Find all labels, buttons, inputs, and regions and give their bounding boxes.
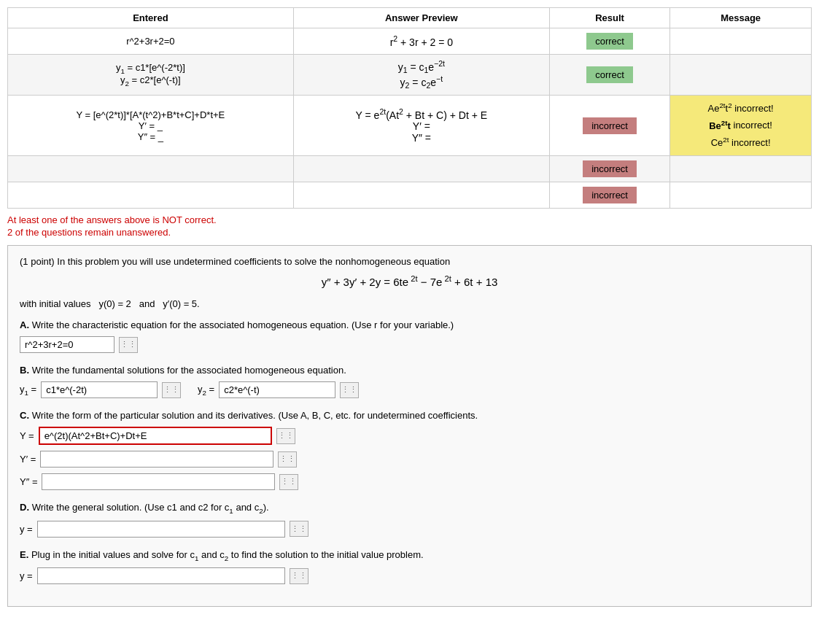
yp0-value: y′(0) = 5. [163, 298, 199, 309]
result-cell-2: correct [549, 55, 669, 96]
entered-cell-4 [8, 156, 294, 182]
message-cell-4 [670, 156, 812, 182]
part-a-input[interactable] [20, 336, 114, 353]
part-b-y2-input[interactable] [219, 381, 335, 398]
part-d-grid-icon[interactable]: ⋮⋮ [290, 521, 308, 537]
table-row: Y = [e^(2*t)]*[A*(t^2)+B*t+C]+D*t+EY′ = … [8, 95, 812, 155]
part-a-grid-icon[interactable]: ⋮⋮ [119, 337, 138, 353]
y0-value: y(0) = 2 [98, 298, 131, 309]
part-b-y2-label: y2 = [198, 384, 214, 397]
part-c-label: C. Write the form of the particular solu… [20, 410, 799, 421]
part-e-letter: E. [20, 549, 28, 560]
part-c-Y-label: Y = [20, 430, 34, 441]
part-c-desc: Write the form of the particular solutio… [32, 410, 478, 421]
result-cell-4: incorrect [549, 156, 669, 182]
part-d-desc: Write the general solution. (Use c1 and … [32, 502, 269, 513]
result-badge-4: incorrect [583, 160, 637, 177]
part-b-block: B. Write the fundamental solutions for t… [20, 365, 799, 398]
part-b-y1-grid-icon[interactable]: ⋮⋮ [162, 382, 181, 398]
part-d-letter: D. [20, 502, 29, 513]
part-c-Y-row: Y = ⋮⋮ [20, 427, 799, 445]
part-e-y-input[interactable] [37, 567, 285, 584]
part-a-desc: Write the characteristic equation for th… [32, 319, 454, 330]
entered-cell-5 [8, 182, 294, 209]
entered-cell-3: Y = [e^(2*t)]*[A*(t^2)+B*t+C]+D*t+EY′ = … [8, 95, 294, 155]
message-cell-5 [670, 182, 812, 209]
result-cell-3: incorrect [549, 95, 669, 155]
entered-cell-1: r^2+3r+2=0 [8, 28, 294, 55]
part-c-Yp-input[interactable] [40, 451, 273, 468]
part-b-label: B. Write the fundamental solutions for t… [20, 365, 799, 376]
table-row: y1 = c1*[e^(-2*t)]y2 = c2*[e^(-t)] y1 = … [8, 55, 812, 96]
status-line2: 2 of the questions remain unanswered. [7, 227, 812, 238]
part-e-block: E. Plug in the initial values and solve … [20, 549, 799, 585]
part-a-block: A. Write the characteristic equation for… [20, 319, 799, 353]
preview-cell-5 [293, 182, 549, 209]
part-c-Y-grid-icon[interactable]: ⋮⋮ [276, 428, 295, 444]
part-b-desc: Write the fundamental solutions for the … [32, 365, 346, 376]
part-e-desc: Plug in the initial values and solve for… [31, 549, 424, 560]
part-c-Y-input[interactable] [39, 427, 272, 445]
part-d-label: D. Write the general solution. (Use c1 a… [20, 502, 799, 515]
col-header-message: Message [670, 8, 812, 28]
part-e-grid-icon[interactable]: ⋮⋮ [290, 568, 308, 584]
part-c-letter: C. [20, 410, 29, 421]
entered-value-3: Y = [e^(2*t)]*[A*(t^2)+B*t+C]+D*t+EY′ = … [76, 109, 225, 142]
col-header-entered: Entered [8, 8, 294, 28]
result-badge-3: incorrect [583, 117, 637, 134]
preview-cell-2: y1 = c1e−2ty2 = c2e−t [293, 55, 549, 96]
main-equation: y″ + 3y′ + 2y = 6te 2t − 7e 2t + 6t + 13 [20, 274, 799, 288]
preview-cell-4 [293, 156, 549, 182]
part-c-Yp-grid-icon[interactable]: ⋮⋮ [278, 451, 297, 468]
result-cell-1: correct [549, 28, 669, 55]
part-b-y2-grid-icon[interactable]: ⋮⋮ [340, 382, 359, 398]
table-row: r^2+3r+2=0 r2 + 3r + 2 = 0 correct [8, 28, 812, 55]
part-d-input-row: y = ⋮⋮ [20, 521, 799, 538]
result-cell-5: incorrect [549, 182, 669, 209]
part-a-input-row: ⋮⋮ [20, 336, 799, 353]
message-cell-2 [670, 55, 812, 96]
part-c-block: C. Write the form of the particular solu… [20, 410, 799, 490]
col-header-preview: Answer Preview [293, 8, 549, 28]
entered-value-2: y1 = c1*[e^(-2*t)]y2 = c2*[e^(-t)] [116, 62, 185, 86]
status-line1: At least one of the answers above is NOT… [7, 214, 812, 225]
part-a-label: A. Write the characteristic equation for… [20, 319, 799, 330]
part-c-Ypp-row: Y″ = ⋮⋮ [20, 473, 799, 490]
results-table: Entered Answer Preview Result Message r^… [7, 7, 812, 209]
entered-cell-2: y1 = c1*[e^(-2*t)]y2 = c2*[e^(-t)] [8, 55, 294, 96]
table-row: incorrect [8, 156, 812, 182]
part-c-Ypp-grid-icon[interactable]: ⋮⋮ [279, 474, 298, 490]
initial-values-label: with initial values [20, 298, 91, 309]
preview-cell-1: r2 + 3r + 2 = 0 [293, 28, 549, 55]
part-c-Yp-label: Y′ = [20, 454, 36, 465]
part-e-y-label: y = [20, 570, 33, 581]
result-badge-1: correct [586, 33, 633, 50]
result-badge-5: incorrect [583, 187, 637, 203]
preview-cell-3: Y = e2t(At2 + Bt + C) + Dt + EY′ =Y″ = [293, 95, 549, 155]
and-text: and [139, 298, 155, 309]
entered-value-1: r^2+3r+2=0 [126, 36, 174, 47]
problem-points: (1 point) [20, 256, 55, 267]
part-a-letter: A. [20, 319, 29, 330]
result-badge-2: correct [586, 66, 633, 83]
message-cell-3: Ae2tt2 incorrect!Be2tt incorrect!Ce2t in… [670, 95, 812, 155]
initial-values: with initial values y(0) = 2 and y′(0) =… [20, 298, 799, 309]
part-e-input-row: y = ⋮⋮ [20, 567, 799, 584]
part-b-letter: B. [20, 365, 29, 376]
problem-description: In this problem you will use undetermine… [57, 256, 450, 267]
col-header-result: Result [549, 8, 669, 28]
part-c-Ypp-label: Y″ = [20, 476, 37, 487]
part-d-y-input[interactable] [37, 521, 285, 538]
part-b-y1-label: y1 = [20, 384, 36, 397]
part-e-label: E. Plug in the initial values and solve … [20, 549, 799, 562]
part-b-input-row: y1 = ⋮⋮ y2 = ⋮⋮ [20, 381, 799, 398]
part-c-Yp-row: Y′ = ⋮⋮ [20, 451, 799, 468]
problem-box: (1 point) In this problem you will use u… [7, 245, 812, 607]
part-b-y1-input[interactable] [41, 381, 158, 398]
part-d-block: D. Write the general solution. (Use c1 a… [20, 502, 799, 538]
part-c-Ypp-input[interactable] [42, 473, 275, 490]
table-row: incorrect [8, 182, 812, 209]
problem-title: (1 point) In this problem you will use u… [20, 256, 799, 267]
part-d-y-label: y = [20, 524, 33, 535]
message-cell-1 [670, 28, 812, 55]
